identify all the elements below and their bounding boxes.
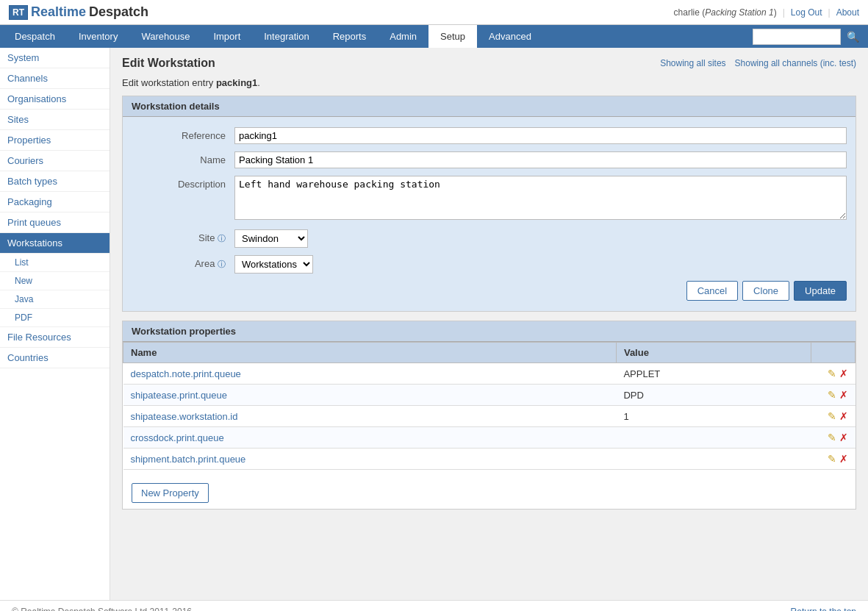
- sidebar-item-system[interactable]: System: [0, 48, 110, 68]
- footer-copyright: © Realtime Despatch Software Ltd 2011-20…: [12, 607, 192, 611]
- delete-icon[interactable]: ✗: [839, 410, 848, 422]
- edit-icon[interactable]: ✎: [828, 432, 836, 443]
- form-actions: Cancel Clone Update: [132, 281, 847, 301]
- property-name-link[interactable]: shipatease.print.queue: [131, 390, 228, 401]
- page-title: Edit Workstation: [122, 57, 215, 70]
- site-row: Site ⓘ Swindon London Bristol: [132, 229, 847, 248]
- content-area: Edit Workstation Showing all sites Showi…: [110, 48, 868, 600]
- property-name-link[interactable]: despatch.note.print.queue: [131, 368, 241, 379]
- edit-desc-name: packing1: [216, 77, 257, 88]
- search-input[interactable]: [753, 29, 841, 45]
- property-value: APPLET: [616, 363, 811, 385]
- col-actions: [811, 343, 856, 363]
- workstation-properties-body: Name Value despatch.note.print.queueAPPL…: [123, 342, 856, 470]
- table-row: shipment.batch.print.queue✎✗: [123, 449, 856, 470]
- table-row: despatch.note.print.queueAPPLET✎✗: [123, 363, 856, 385]
- workstation-details-body: Reference Name Description Left: [123, 117, 856, 311]
- nav-item-warehouse[interactable]: Warehouse: [129, 25, 201, 48]
- sidebar-item-sites[interactable]: Sites: [0, 110, 110, 130]
- sidebar-item-countries[interactable]: Countries: [0, 348, 110, 368]
- property-value: DPD: [616, 385, 811, 406]
- sidebar: System Channels Organisations Sites Prop…: [0, 48, 110, 600]
- logo: RT RealtimeDespatch: [9, 4, 148, 20]
- search-icon[interactable]: 🔍: [841, 28, 865, 46]
- nav-item-advanced[interactable]: Advanced: [477, 25, 543, 48]
- property-name-link[interactable]: crossdock.print.queue: [131, 432, 224, 443]
- main-layout: System Channels Organisations Sites Prop…: [0, 48, 868, 600]
- sidebar-item-workstations[interactable]: Workstations: [0, 233, 110, 254]
- table-row: crossdock.print.queue✎✗: [123, 427, 856, 449]
- sidebar-item-print-queues[interactable]: Print queues: [0, 212, 110, 233]
- nav-item-integration[interactable]: Integration: [252, 25, 320, 48]
- new-property-area: New Property: [123, 470, 856, 509]
- edit-icon[interactable]: ✎: [828, 368, 836, 379]
- page-links: Showing all sites Showing all channels (…: [660, 58, 856, 68]
- sidebar-sub-list[interactable]: List: [0, 254, 110, 272]
- name-input[interactable]: [234, 151, 847, 168]
- property-actions: ✎✗: [811, 406, 856, 427]
- nav-item-import[interactable]: Import: [201, 25, 252, 48]
- property-actions: ✎✗: [811, 427, 856, 449]
- sidebar-item-properties[interactable]: Properties: [0, 130, 110, 151]
- sidebar-sub-new[interactable]: New: [0, 272, 110, 290]
- site-control: Swindon London Bristol: [234, 229, 847, 248]
- description-label: Description: [132, 176, 234, 190]
- edit-icon[interactable]: ✎: [828, 410, 836, 422]
- sidebar-item-batch-types[interactable]: Batch types: [0, 171, 110, 192]
- reference-input[interactable]: [234, 127, 847, 144]
- update-button[interactable]: Update: [794, 281, 847, 301]
- col-name: Name: [123, 343, 617, 363]
- logout-link[interactable]: Log Out: [791, 7, 822, 18]
- description-textarea[interactable]: Left hand warehouse packing station: [234, 176, 847, 220]
- edit-description: Edit workstation entry packing1.: [122, 77, 856, 88]
- sidebar-item-organisations[interactable]: Organisations: [0, 89, 110, 110]
- property-value: [616, 427, 811, 449]
- area-control: Workstations Dispatch Receiving: [234, 255, 847, 274]
- page-header: Edit Workstation Showing all sites Showi…: [122, 57, 856, 70]
- nav-item-admin[interactable]: Admin: [378, 25, 428, 48]
- reference-label: Reference: [132, 127, 234, 141]
- edit-icon[interactable]: ✎: [828, 389, 836, 401]
- workstation-properties-header: Workstation properties: [123, 321, 856, 342]
- sidebar-sub-java[interactable]: Java: [0, 290, 110, 309]
- cancel-button[interactable]: Cancel: [686, 281, 738, 301]
- site-info-icon: ⓘ: [218, 234, 226, 243]
- property-actions: ✎✗: [811, 449, 856, 470]
- sidebar-sub-pdf[interactable]: PDF: [0, 309, 110, 327]
- showing-sites-link[interactable]: Showing all sites: [660, 58, 725, 68]
- showing-channels-link[interactable]: Showing all channels (inc. test): [735, 58, 856, 68]
- nav-item-reports[interactable]: Reports: [321, 25, 379, 48]
- site-label: Site ⓘ: [132, 229, 234, 244]
- property-value: 1: [616, 406, 811, 427]
- site-select[interactable]: Swindon London Bristol: [234, 229, 308, 248]
- nav-item-inventory[interactable]: Inventory: [67, 25, 129, 48]
- delete-icon[interactable]: ✗: [839, 453, 848, 465]
- edit-desc-suffix: .: [257, 77, 260, 88]
- name-label: Name: [132, 151, 234, 165]
- area-select[interactable]: Workstations Dispatch Receiving: [234, 255, 313, 274]
- return-top-link[interactable]: Return to the top: [791, 607, 856, 611]
- nav-item-setup[interactable]: Setup: [428, 25, 477, 48]
- delete-icon[interactable]: ✗: [839, 432, 848, 443]
- sidebar-item-couriers[interactable]: Couriers: [0, 151, 110, 171]
- property-name-link[interactable]: shipment.batch.print.queue: [131, 454, 246, 465]
- footer: © Realtime Despatch Software Ltd 2011-20…: [0, 600, 868, 611]
- edit-icon[interactable]: ✎: [828, 453, 836, 465]
- description-row: Description Left hand warehouse packing …: [132, 176, 847, 222]
- nav-item-despatch[interactable]: Despatch: [3, 25, 67, 48]
- delete-icon[interactable]: ✗: [839, 389, 848, 401]
- sidebar-item-packaging[interactable]: Packaging: [0, 192, 110, 212]
- sidebar-item-channels[interactable]: Channels: [0, 68, 110, 89]
- property-value: [616, 449, 811, 470]
- nav-bar: Despatch Inventory Warehouse Import Inte…: [0, 25, 868, 48]
- new-property-button[interactable]: New Property: [132, 483, 209, 503]
- clone-button[interactable]: Clone: [742, 281, 789, 301]
- property-name-link[interactable]: shipatease.workstation.id: [131, 411, 238, 422]
- nav-search: 🔍: [753, 28, 865, 46]
- user-name[interactable]: charlie (Packing Station 1): [674, 7, 777, 18]
- sidebar-item-file-resources[interactable]: File Resources: [0, 327, 110, 348]
- workstation-details-header: Workstation details: [123, 96, 856, 117]
- col-value: Value: [616, 343, 811, 363]
- about-link[interactable]: About: [836, 7, 859, 18]
- delete-icon[interactable]: ✗: [839, 368, 848, 379]
